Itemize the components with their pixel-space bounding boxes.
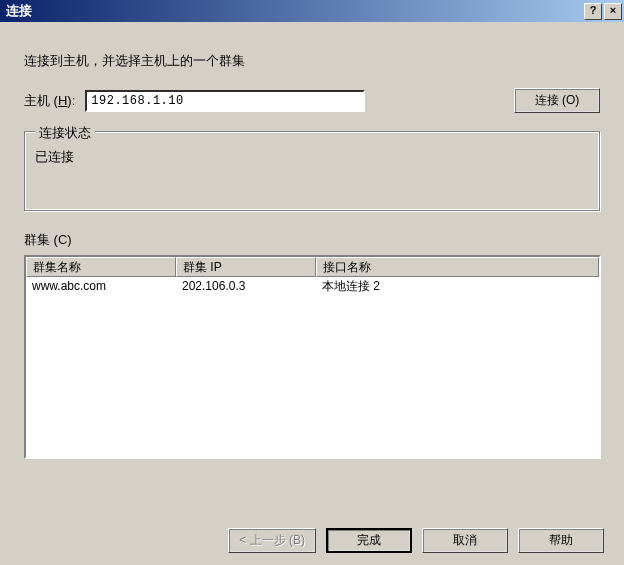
cell-cluster-name: www.abc.com (26, 279, 176, 293)
col-cluster-ip[interactable]: 群集 IP (176, 257, 316, 277)
cell-cluster-ip: 202.106.0.3 (176, 279, 316, 293)
host-label: 主机 (H): (24, 92, 75, 110)
title-buttons: ? × (584, 3, 622, 20)
back-button: < 上一步 (B) (228, 528, 316, 553)
connection-status-group: 连接状态 已连接 (24, 131, 600, 211)
clusters-label: 群集 (C) (24, 231, 600, 249)
instruction-text: 连接到主机，并选择主机上的一个群集 (24, 52, 600, 70)
col-interface-name[interactable]: 接口名称 (316, 257, 599, 277)
help-icon[interactable]: ? (584, 3, 602, 20)
connect-button[interactable]: 连接 (O) (514, 88, 600, 113)
button-bar: < 上一步 (B) 完成 取消 帮助 (228, 528, 604, 553)
cell-interface-name: 本地连接 2 (316, 278, 599, 295)
col-cluster-name[interactable]: 群集名称 (26, 257, 176, 277)
table-row[interactable]: www.abc.com 202.106.0.3 本地连接 2 (26, 277, 599, 295)
finish-button[interactable]: 完成 (326, 528, 412, 553)
cancel-button[interactable]: 取消 (422, 528, 508, 553)
window-title: 连接 (6, 2, 32, 20)
connection-status-legend: 连接状态 (35, 124, 95, 142)
close-icon[interactable]: × (604, 3, 622, 20)
host-row: 主机 (H): 连接 (O) (24, 88, 600, 113)
host-input[interactable] (85, 90, 365, 112)
clusters-listview[interactable]: 群集名称 群集 IP 接口名称 www.abc.com 202.106.0.3 … (24, 255, 601, 459)
listview-header: 群集名称 群集 IP 接口名称 (26, 257, 599, 277)
listview-body: www.abc.com 202.106.0.3 本地连接 2 (26, 277, 599, 295)
connection-status-text: 已连接 (35, 144, 589, 200)
titlebar: 连接 ? × (0, 0, 624, 22)
help-button[interactable]: 帮助 (518, 528, 604, 553)
dialog-content: 连接到主机，并选择主机上的一个群集 主机 (H): 连接 (O) 连接状态 已连… (0, 22, 624, 469)
